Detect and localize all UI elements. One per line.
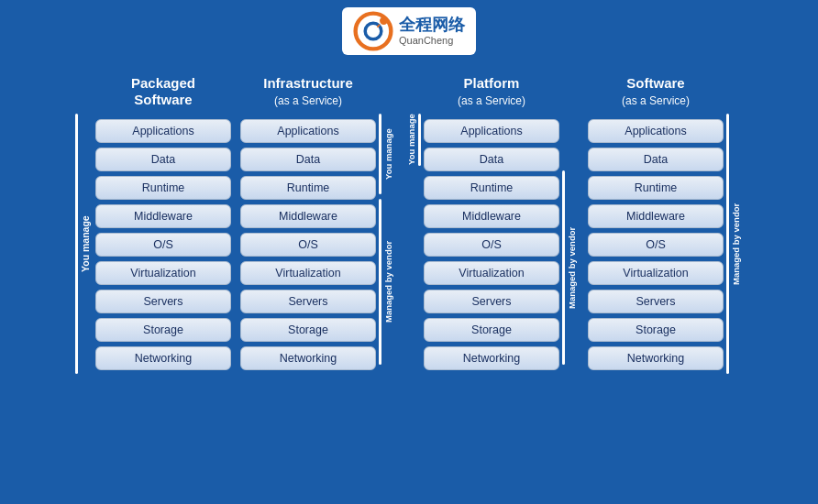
col-header-iaas: Infrastructure(as a Service) xyxy=(240,60,376,108)
list-item: Middleware xyxy=(240,204,376,228)
list-item: Storage xyxy=(95,318,231,342)
packaged-stack: Applications Data Runtime Middleware O/S… xyxy=(95,115,231,374)
list-item: Runtime xyxy=(424,176,559,200)
paas-right-brackets: Managed by vendor xyxy=(562,114,579,374)
bracket-bar xyxy=(418,114,421,166)
saas-stack: Applications Data Runtime Middleware O/S… xyxy=(588,115,724,374)
list-item: O/S xyxy=(240,233,376,257)
col-title: Software(as a Service) xyxy=(622,75,690,108)
list-item: Servers xyxy=(588,290,724,313)
col-title: Infrastructure(as a Service) xyxy=(263,75,353,108)
list-item: Data xyxy=(588,148,724,171)
list-item: Servers xyxy=(240,290,376,313)
logo-area: 全程网络 QuanCheng xyxy=(0,0,818,55)
logo-text: 全程网络 QuanCheng xyxy=(399,16,465,46)
list-item: Networking xyxy=(588,346,724,370)
col-header-paas: Platform(as a Service) xyxy=(424,60,559,108)
list-item: Runtime xyxy=(240,176,376,200)
col-header-saas: Software(as a Service) xyxy=(588,60,724,108)
list-item: Runtime xyxy=(588,176,724,200)
column-content: PackagedSoftware Applications Data Runti… xyxy=(95,60,231,374)
iaas-you-manage-bracket: You manage xyxy=(379,114,395,194)
col-saas: Software(as a Service) Applications Data… xyxy=(588,60,743,374)
list-item: Data xyxy=(424,148,559,171)
list-item: Virtualization xyxy=(588,261,724,285)
paas-left-brackets: You manage xyxy=(404,114,421,374)
list-item: O/S xyxy=(424,233,559,257)
list-item: Applications xyxy=(240,119,376,143)
saas-managed-bracket: Managed by vendor xyxy=(726,114,743,374)
packaged-you-manage-bracket: You manage xyxy=(75,114,93,374)
list-item: Applications xyxy=(95,119,231,143)
list-item: Runtime xyxy=(95,176,231,200)
bracket-label-managed: Managed by vendor xyxy=(381,199,395,365)
list-item: Applications xyxy=(588,119,724,143)
list-item: Networking xyxy=(240,346,376,370)
col-header-packaged: PackagedSoftware xyxy=(95,60,231,108)
paas-you-manage-bracket: You manage xyxy=(404,114,421,166)
list-item: Servers xyxy=(95,290,231,313)
paas-managed-bracket: Managed by vendor xyxy=(562,170,579,365)
col-paas: You manage Platform(as a Service) Applic… xyxy=(404,60,579,374)
column-content: Software(as a Service) Applications Data… xyxy=(588,60,724,374)
paas-stack: Applications Data Runtime Middleware O/S… xyxy=(424,115,559,374)
logo-box: 全程网络 QuanCheng xyxy=(342,7,476,55)
col-iaas: Infrastructure(as a Service) Application… xyxy=(240,60,395,374)
main-grid: You manage PackagedSoftware Applications… xyxy=(0,60,818,374)
col-packaged: You manage PackagedSoftware Applications… xyxy=(75,60,231,374)
list-item: Middleware xyxy=(588,204,724,228)
logo-en-text: QuanCheng xyxy=(399,35,453,46)
logo-cn-text: 全程网络 xyxy=(399,16,465,35)
list-item: Virtualization xyxy=(424,261,559,285)
bracket-label: You manage xyxy=(381,114,395,194)
iaas-brackets: You manage Managed by vendor xyxy=(379,114,395,374)
list-item: Virtualization xyxy=(240,261,376,285)
col-title: Platform(as a Service) xyxy=(458,75,525,108)
list-item: Networking xyxy=(95,346,231,370)
list-item: Storage xyxy=(424,318,559,342)
list-item: Networking xyxy=(424,346,559,370)
iaas-managed-bracket: Managed by vendor xyxy=(379,199,395,365)
list-item: Storage xyxy=(588,318,724,342)
bracket-label: You manage xyxy=(404,114,418,166)
list-item: Data xyxy=(95,148,231,171)
list-item: Middleware xyxy=(95,204,231,228)
column-content: Platform(as a Service) Applications Data… xyxy=(424,60,559,374)
iaas-stack: Applications Data Runtime Middleware O/S… xyxy=(240,115,376,374)
list-item: O/S xyxy=(95,233,231,257)
list-item: Servers xyxy=(424,290,559,313)
list-item: Middleware xyxy=(424,204,559,228)
list-item: Virtualization xyxy=(95,261,231,285)
quancheng-logo-icon xyxy=(353,11,393,51)
list-item: Data xyxy=(240,148,376,171)
bracket-label-you-manage: You manage xyxy=(78,114,93,374)
bracket-label-managed: Managed by vendor xyxy=(565,170,579,365)
bracket-label-managed: Managed by vendor xyxy=(729,114,743,374)
list-item: Applications xyxy=(424,119,559,143)
column-content: Infrastructure(as a Service) Application… xyxy=(240,60,376,374)
list-item: Storage xyxy=(240,318,376,342)
list-item: O/S xyxy=(588,233,724,257)
col-title: PackagedSoftware xyxy=(131,75,195,108)
svg-point-2 xyxy=(380,16,388,25)
